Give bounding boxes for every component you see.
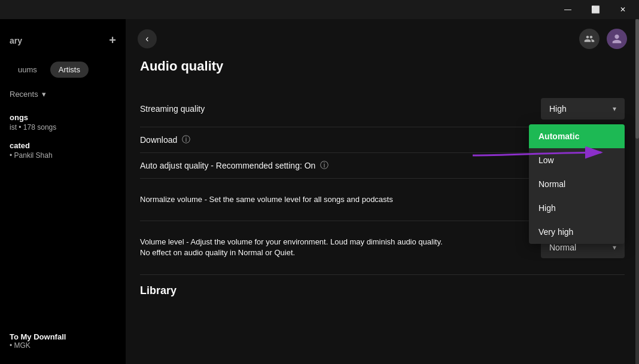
titlebar: — ⬜ ✕ xyxy=(0,0,639,19)
recents-chevron-icon: ▾ xyxy=(42,90,46,99)
back-button[interactable]: ‹ xyxy=(138,29,157,48)
tab-albums[interactable]: uums xyxy=(10,62,45,78)
streaming-value: High xyxy=(549,104,567,114)
recents-label: Recents xyxy=(10,90,38,99)
topbar: ‹ xyxy=(126,19,639,59)
minimize-button[interactable]: — xyxy=(554,0,582,19)
volume-value: Normal xyxy=(549,243,576,252)
located-title: cated xyxy=(10,141,116,150)
located-subtitle: • Pankil Shah xyxy=(10,151,116,160)
library-section-title: Library xyxy=(140,285,625,297)
now-playing-title: To My Downfall xyxy=(10,332,116,341)
user-avatar[interactable] xyxy=(607,29,627,49)
library-label: ary xyxy=(10,36,22,45)
songs-subtitle: ist • 178 songs xyxy=(10,123,116,131)
streaming-label: Streaming quality xyxy=(140,104,205,114)
dropdown-option-low[interactable]: Low xyxy=(529,148,625,172)
songs-title: ongs xyxy=(10,113,116,122)
add-library-button[interactable]: + xyxy=(109,33,116,47)
streaming-dropdown-arrow-icon: ▾ xyxy=(613,105,616,113)
app-container: ary + uums Artists Recents ▾ ongs ist • … xyxy=(0,19,639,364)
dropdown-option-normal[interactable]: Normal xyxy=(529,172,625,196)
tab-artists[interactable]: Artists xyxy=(50,62,89,78)
close-button[interactable]: ✕ xyxy=(609,0,637,19)
dropdown-option-automatic[interactable]: Automatic xyxy=(529,124,625,148)
auto-adjust-label-text: Auto adjust quality - Recommended settin… xyxy=(140,161,315,170)
page-title: Audio quality xyxy=(140,59,625,74)
now-playing-artist: • MGK xyxy=(10,341,116,350)
sidebar-library-header: ary + xyxy=(0,29,126,52)
dropdown-option-very-high[interactable]: Very high xyxy=(529,220,625,244)
streaming-dropdown-container: High ▾ Automatic Low Normal High Very hi… xyxy=(541,98,625,120)
scrollbar[interactable] xyxy=(635,19,639,364)
download-help-icon[interactable]: ⓘ xyxy=(182,134,190,145)
located-section: cated • Pankil Shah xyxy=(0,134,126,162)
songs-section: ongs ist • 178 songs xyxy=(0,106,126,134)
normalize-label: Normalize volume - Set the same volume l… xyxy=(140,186,393,213)
library-section: Library xyxy=(140,275,625,299)
main-content: ‹ Audio quality xyxy=(126,19,639,364)
auto-adjust-help-icon[interactable]: ⓘ xyxy=(320,160,328,171)
settings-content: Audio quality Streaming quality High ▾ A… xyxy=(126,59,639,314)
dropdown-option-high[interactable]: High xyxy=(529,196,625,220)
maximize-button[interactable]: ⬜ xyxy=(582,0,609,19)
recents-filter[interactable]: Recents ▾ xyxy=(0,82,126,106)
friends-icon[interactable] xyxy=(579,29,600,49)
streaming-quality-row: Streaming quality High ▾ Automatic Low N… xyxy=(140,91,625,127)
volume-level-label: Volume level - Adjust the volume for you… xyxy=(140,228,451,267)
sidebar-tabs: uums Artists xyxy=(0,57,126,82)
streaming-dropdown-button[interactable]: High ▾ xyxy=(541,98,625,120)
scrollbar-thumb xyxy=(635,19,639,139)
download-label-text: Download xyxy=(140,135,177,145)
streaming-dropdown-menu: Automatic Low Normal High Very high xyxy=(529,124,625,244)
volume-dropdown-arrow-icon: ▾ xyxy=(613,243,616,252)
download-label: Download ⓘ xyxy=(140,134,190,145)
topbar-right xyxy=(579,29,627,49)
auto-adjust-label: Auto adjust quality - Recommended settin… xyxy=(140,160,328,171)
now-playing-sidebar: To My Downfall • MGK xyxy=(0,332,126,350)
sidebar: ary + uums Artists Recents ▾ ongs ist • … xyxy=(0,19,126,364)
